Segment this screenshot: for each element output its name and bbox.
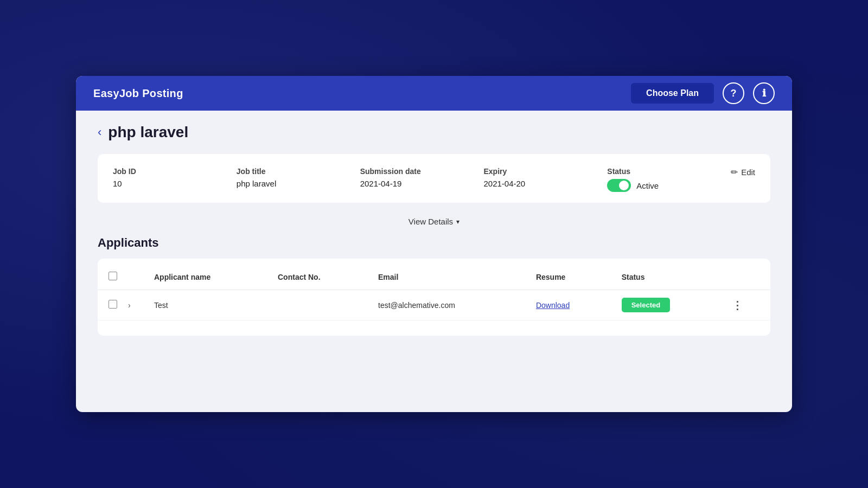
job-title-col: Job title php laravel [237,167,360,188]
download-link[interactable]: Download [536,301,570,310]
chevron-down-icon: ▾ [456,218,459,226]
job-id-value: 10 [113,179,237,188]
row-contact [269,290,369,320]
help-icon-button[interactable]: ? [723,82,744,104]
job-id-col: Job ID 10 [113,167,237,188]
row-resume: Download [527,290,613,320]
app-logo: EasyJob Posting [93,87,183,100]
header-resume: Resume [527,267,613,290]
applicants-card: Applicant name Contact No. Email Resume … [98,259,770,336]
status-label: Status [607,167,731,176]
header-contact: Contact No. [269,267,369,290]
submission-date-label: Submission date [360,167,484,176]
status-badge: Active [636,181,659,190]
header-name: Applicant name [145,267,269,290]
header-checkbox-col [98,267,126,290]
row-checkbox-cell [98,290,126,320]
view-details-label: View Details [409,217,453,226]
expiry-label: Expiry [483,167,607,176]
job-title-label: Job title [237,167,360,176]
applicants-section: Applicants Applicant name Contact No. Em… [98,236,770,336]
edit-button[interactable]: ✏ Edit [731,167,755,177]
toggle-slider [607,179,631,192]
main-card: EasyJob Posting Choose Plan ? ℹ ‹ php la… [76,76,792,412]
choose-plan-button[interactable]: Choose Plan [631,83,714,104]
status-row: Active [607,179,731,192]
row-email: test@alchemative.com [369,290,527,320]
job-title-value: php laravel [237,179,360,188]
header-actions: Choose Plan ? ℹ [631,82,775,104]
status-col: Status Active [607,167,731,192]
table-row: › Test test@alchemative.com Download Sel… [98,290,770,320]
selected-badge: Selected [622,298,670,312]
header-status: Status [613,267,723,290]
back-button[interactable]: ‹ [98,125,101,139]
header: EasyJob Posting Choose Plan ? ℹ [76,76,792,111]
job-details-grid: Job ID 10 Job title php laravel Submissi… [113,167,755,192]
content-area: ‹ php laravel Job ID 10 Job title php la… [76,111,792,353]
table-header-row: Applicant name Contact No. Email Resume … [98,267,770,290]
expiry-col: Expiry 2021-04-20 [483,167,607,188]
applicants-table: Applicant name Contact No. Email Resume … [98,267,770,331]
table-bottom-space [98,320,770,331]
row-checkbox[interactable] [108,300,117,309]
row-expand-cell: › [126,290,145,320]
edit-icon: ✏ [731,167,738,177]
header-email: Email [369,267,527,290]
expand-row-icon[interactable]: › [128,301,131,310]
select-all-checkbox[interactable] [108,272,117,280]
view-details-row[interactable]: View Details ▾ [98,207,770,232]
row-more-actions: ⋮ [723,290,770,320]
submission-date-value: 2021-04-19 [360,179,484,188]
status-toggle[interactable] [607,179,631,192]
row-name: Test [145,290,269,320]
bottom-space-cell [98,320,770,331]
page-title: php laravel [108,124,188,141]
header-expand-col [126,267,145,290]
job-details-card: Job ID 10 Job title php laravel Submissi… [98,154,770,203]
expiry-value: 2021-04-20 [483,179,607,188]
info-icon-button[interactable]: ℹ [753,82,775,104]
page-title-row: ‹ php laravel [98,124,770,141]
applicants-title: Applicants [98,236,770,250]
more-options-icon[interactable]: ⋮ [732,299,743,311]
submission-date-col: Submission date 2021-04-19 [360,167,484,188]
edit-label: Edit [741,168,755,177]
job-id-label: Job ID [113,167,237,176]
header-actions [723,267,770,290]
row-status: Selected [613,290,723,320]
